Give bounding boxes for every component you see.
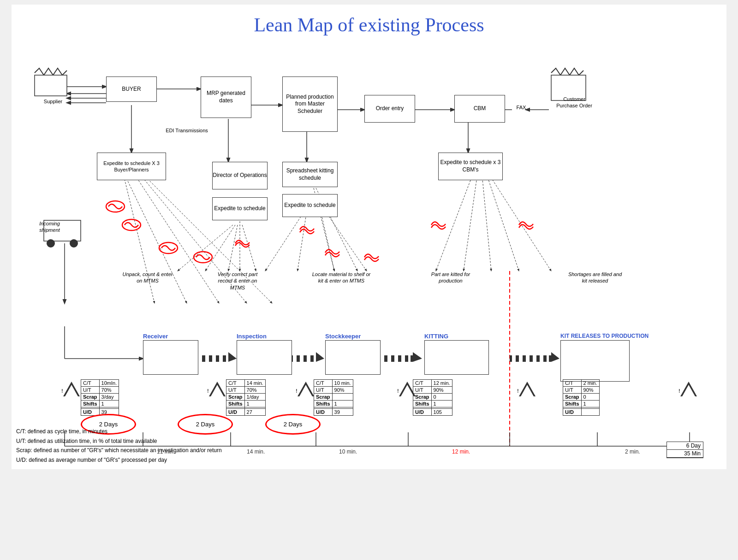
- kit-releases-process-box: [560, 340, 630, 382]
- svg-point-85: [159, 242, 178, 253]
- page-title: Lean Map of existing Process: [21, 14, 717, 36]
- kitting-label: KITTING: [424, 333, 448, 340]
- customer-label: Customer Purchase Order: [554, 96, 595, 109]
- svg-marker-76: [551, 352, 559, 362]
- svg-rect-71: [387, 355, 391, 362]
- svg-rect-74: [408, 355, 411, 362]
- svg-line-30: [489, 174, 551, 271]
- svg-line-16: [242, 225, 256, 271]
- inspection-process-box: [237, 340, 292, 375]
- inspection-label: Inspection: [237, 333, 267, 340]
- buyer-box: BUYER: [106, 77, 157, 102]
- svg-line-23: [325, 211, 367, 271]
- spreadsheet-box: Spreadsheet kitting schedule: [282, 162, 338, 187]
- stockkeeper-data-table: C/T10 min. U/T90% Scrap Shifts1 U/D39: [314, 379, 353, 416]
- svg-line-29: [487, 174, 519, 271]
- receiver-label: Receiver: [143, 333, 168, 340]
- kit-releases-data-table: C/T2 min. U/T90% Scrap0 Shifts1 U/D: [563, 379, 600, 416]
- min-label-2: 14 min.: [247, 448, 265, 455]
- stockkeeper-process-box: [325, 340, 381, 375]
- incoming-label: Incoming shipment: [30, 220, 69, 234]
- mrp-box: MRP generated dates: [201, 77, 251, 118]
- order-entry-box: Order entry: [364, 95, 415, 123]
- locate-label: Locate material to shelf or kit & enter …: [311, 271, 371, 284]
- svg-marker-54: [228, 352, 237, 362]
- svg-line-27: [464, 174, 477, 271]
- expedite-dir-box: Expedite to schedule: [212, 197, 268, 220]
- svg-rect-53: [196, 355, 228, 362]
- stockkeeper-label: Stockkeeper: [325, 333, 361, 340]
- kitted-label: Part are kitted for production: [423, 271, 478, 284]
- director-box: Director of Operations: [212, 162, 268, 189]
- legend-scrap: Scrap: defined as number of "GR's" which…: [16, 446, 222, 455]
- svg-point-84: [122, 219, 141, 230]
- svg-line-28: [482, 174, 491, 271]
- svg-line-18: [205, 225, 235, 271]
- receiver-data-table: C/T10mIn. U/T70% Scrap3/day Shifts1 U/D3…: [81, 379, 119, 416]
- svg-rect-81: [540, 355, 543, 362]
- cbm-box: CBM: [454, 95, 505, 123]
- svg-point-51: [47, 240, 54, 247]
- svg-marker-68: [413, 352, 422, 362]
- svg-rect-66: [314, 355, 316, 362]
- receiver-process-box: [143, 340, 198, 375]
- svg-rect-55: [198, 355, 202, 362]
- diagram-area: Supplier BUYER MRP generated dates Plann…: [21, 45, 717, 460]
- kitting-process-box: [424, 340, 489, 375]
- min-label-5: 2 min.: [625, 448, 640, 455]
- svg-line-25: [265, 211, 304, 271]
- svg-point-86: [194, 252, 212, 263]
- kitting-data-table: C/T12 min. U/T90% Scrap0 Shifts1 U/D105: [413, 379, 452, 416]
- planned-box: Planned production from Master Scheduler: [282, 77, 338, 132]
- summary-box: 6 Day 35 Min: [667, 442, 703, 458]
- svg-rect-48: [35, 75, 67, 96]
- legend-ct: C/T: defined as cycle time, in minutes: [16, 427, 222, 436]
- svg-line-26: [436, 174, 473, 271]
- verify-label: Verify correct part record & enter on MT…: [210, 271, 265, 291]
- min-label-4: 12 min.: [452, 448, 470, 455]
- svg-rect-63: [293, 355, 297, 362]
- min-label-3: 10 min.: [339, 448, 357, 455]
- expedite-buyer-box: Expedite to schedule X 3 Buyer/Planners: [97, 153, 166, 180]
- svg-line-24: [298, 211, 307, 271]
- svg-line-19: [178, 225, 233, 271]
- expedite-cbm-box: Expedite to schedule x 3 CBM's: [438, 153, 503, 180]
- svg-rect-75: [510, 355, 551, 362]
- svg-rect-64: [300, 355, 304, 362]
- expedite-spr-box: Expedite to schedule: [282, 194, 338, 217]
- svg-rect-78: [519, 355, 523, 362]
- legend-ut: U/T: defined as utilization time, in % o…: [16, 436, 222, 446]
- svg-rect-65: [307, 355, 310, 362]
- unpack-label: Unpack, count & enter on MTMS: [122, 271, 173, 284]
- svg-rect-70: [381, 355, 384, 362]
- svg-marker-61: [316, 352, 324, 362]
- svg-rect-56: [205, 355, 209, 362]
- svg-rect-82: [547, 355, 549, 362]
- svg-rect-80: [533, 355, 536, 362]
- svg-rect-72: [394, 355, 398, 362]
- svg-rect-57: [212, 355, 216, 362]
- svg-rect-77: [512, 355, 516, 362]
- svg-rect-58: [219, 355, 223, 362]
- svg-line-22: [321, 211, 334, 271]
- svg-rect-73: [401, 355, 405, 362]
- shortages-label: Shortages are filled and kit released: [565, 271, 625, 284]
- svg-line-17: [228, 225, 238, 271]
- inspection-data-table: C/T14 min. U/T70% Scrap1/day Shifts1 U/D…: [226, 379, 266, 416]
- svg-rect-79: [526, 355, 530, 362]
- svg-point-52: [70, 240, 77, 247]
- edi-label: EDI Transmissions: [164, 127, 210, 134]
- supplier-label: Supplier: [35, 98, 71, 105]
- time-circle-3: 2 Days: [265, 414, 321, 435]
- legend-ud: U/D: defined as average number of "GR's"…: [16, 455, 222, 465]
- fax-label: FAX: [512, 104, 530, 111]
- legend: C/T: defined as cycle time, in minutes U…: [16, 427, 222, 465]
- page-container: Lean Map of existing Process: [12, 5, 726, 469]
- svg-rect-59: [226, 355, 228, 362]
- svg-point-83: [106, 201, 125, 212]
- kit-releases-label: KIT RELEASES TO PRODUCTION: [560, 333, 649, 339]
